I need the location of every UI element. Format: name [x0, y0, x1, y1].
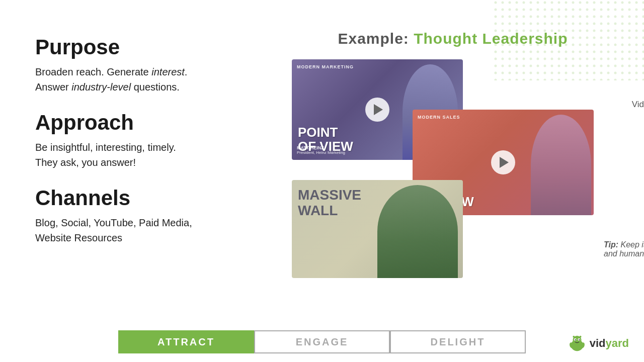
- approach-body-line2: They ask, you answer!: [35, 157, 136, 168]
- vidyard-logo: vidyard: [568, 334, 629, 353]
- approach-title: Approach: [35, 111, 277, 135]
- approach-body: Be insightful, interesting, timely. They…: [35, 140, 277, 170]
- channels-body-line1: Blog, Social, YouTube, Paid Media,: [35, 217, 192, 228]
- thumb-3-content: MASSIVE WALL: [292, 180, 463, 278]
- approach-section: Approach Be insightful, interesting, tim…: [35, 111, 277, 170]
- svg-point-8: [573, 336, 575, 338]
- purpose-body-line1: Broaden reach. Generate interest.: [35, 66, 187, 77]
- thumbnails-area: MODERN MARKETING POINT OF VIEW MATT HEIN…: [282, 59, 624, 286]
- thumb-1-presenter-title: President, Heinz Marketing: [297, 150, 345, 155]
- purpose-section: Purpose Broaden reach. Generate interest…: [35, 35, 277, 95]
- purpose-body-line2: Answer industry-level questions.: [35, 81, 180, 93]
- thumb-2-play-button[interactable]: [491, 150, 515, 174]
- purpose-body: Broaden reach. Generate interest. Answer…: [35, 64, 277, 95]
- vidyard-text-part2: yard: [606, 337, 629, 349]
- delight-button[interactable]: DELIGHT: [390, 330, 526, 353]
- annotation-vidyard-point-of-view: Vidyard’s “Point of View”: [632, 100, 644, 110]
- right-panel: Example: Thought Leadership MODERN MARKE…: [282, 30, 624, 286]
- thumb-3-massive-wall-text: MASSIVE WALL: [298, 188, 361, 219]
- thumb-2-tag: MODERN SALES: [418, 115, 460, 120]
- svg-point-9: [579, 336, 581, 338]
- thumbnails-container: MODERN MARKETING POINT OF VIEW MATT HEIN…: [292, 59, 614, 286]
- channels-section: Channels Blog, Social, YouTube, Paid Med…: [35, 186, 277, 245]
- attract-button[interactable]: ATTRACT: [118, 330, 254, 353]
- purpose-title: Purpose: [35, 35, 277, 59]
- thumb-3-person: [377, 185, 458, 278]
- svg-point-6: [575, 339, 576, 340]
- thumb-1-presenter-name: MATT HEINZ: [297, 145, 345, 150]
- vidyard-logo-text: vidyard: [590, 337, 629, 350]
- approach-body-line1: Be insightful, interesting, timely.: [35, 142, 176, 153]
- thumb-1-tag: MODERN MARKETING: [297, 64, 354, 69]
- wall-text: WALL: [298, 203, 361, 219]
- channels-title: Channels: [35, 186, 277, 210]
- left-panel: Purpose Broaden reach. Generate interest…: [35, 35, 277, 261]
- thought-leadership-label: Thought Leadership: [414, 30, 568, 47]
- thumb-1-presenter: MATT HEINZ President, Heinz Marketing: [297, 145, 345, 155]
- example-label: Example:: [338, 30, 409, 47]
- massive-text: MASSIVE: [298, 188, 361, 203]
- channels-body: Blog, Social, YouTube, Paid Media, Websi…: [35, 215, 277, 245]
- vidyard-text-part1: vid: [590, 337, 606, 349]
- vidyard-mascot-icon: [568, 334, 587, 353]
- svg-point-7: [579, 339, 580, 340]
- thumb-1-play-button[interactable]: [365, 98, 389, 122]
- engage-button[interactable]: ENGAGE: [254, 330, 390, 353]
- thumb-2-person: [531, 115, 591, 215]
- example-title: Example: Thought Leadership: [282, 30, 624, 47]
- channels-body-line2: Website Resources: [35, 232, 122, 243]
- thumbnail-3[interactable]: MASSIVE WALL: [292, 180, 463, 278]
- tip-label: Tip:: [604, 240, 618, 249]
- bottom-navigation: ATTRACT ENGAGE DELIGHT: [0, 327, 644, 357]
